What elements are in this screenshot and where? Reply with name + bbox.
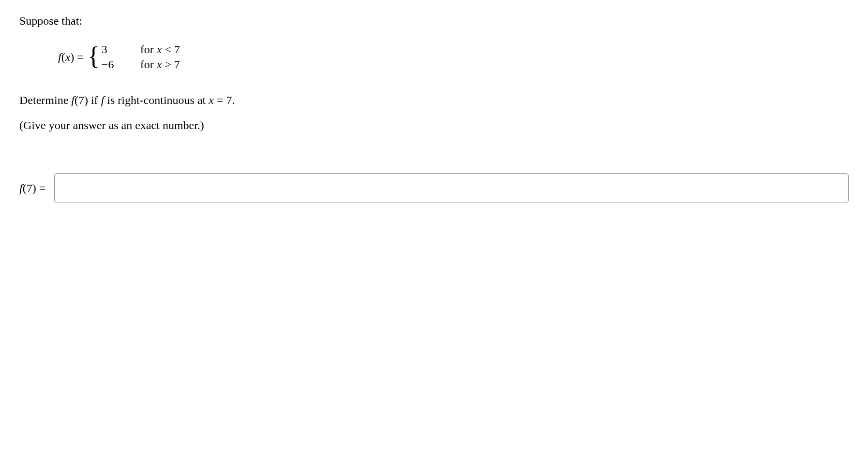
intro-text: Suppose that: [19,15,849,28]
case-condition-1: for x < 7 [140,42,180,57]
case-value-1: 3 [102,42,131,57]
instruction-text: (Give your answer as an exact number.) [19,119,849,132]
question-text: Determine f(7) if f is right-continuous … [19,94,849,107]
case-value-2: −6 [102,57,131,72]
function-lhs: f(x) = [58,51,84,64]
function-f: f [58,51,61,63]
case-row-1: 3 for x < 7 [102,42,180,57]
case-row-2: −6 for x > 7 [102,57,180,72]
answer-row: f(7) = [19,173,849,203]
cases-block: 3 for x < 7 −6 for x > 7 [102,42,180,72]
case-condition-2: for x > 7 [140,57,180,72]
equals-sign: = [74,51,84,63]
left-brace: { [88,44,100,69]
answer-label: f(7) = [19,182,45,195]
function-x: x [65,51,71,63]
piecewise-function: f(x) = { 3 for x < 7 −6 for x > 7 [58,42,849,72]
answer-input[interactable] [54,173,849,203]
